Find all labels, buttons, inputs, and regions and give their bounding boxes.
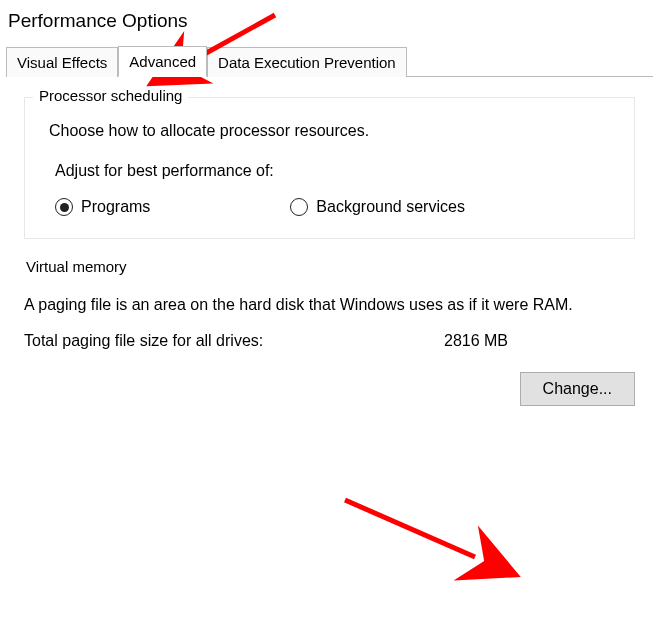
virtual-memory-desc: A paging file is an area on the hard dis… — [24, 293, 635, 316]
processor-scheduling-legend: Processor scheduling — [33, 87, 188, 104]
svg-line-1 — [345, 500, 475, 557]
tab-data-execution-prevention[interactable]: Data Execution Prevention — [207, 47, 407, 77]
change-button[interactable]: Change... — [520, 372, 635, 406]
total-paging-value: 2816 MB — [444, 332, 508, 350]
processor-scheduling-desc: Choose how to allocate processor resourc… — [49, 122, 616, 140]
radio-programs-label: Programs — [81, 198, 150, 216]
annotation-arrow-icon — [340, 495, 510, 578]
radio-icon — [290, 198, 308, 216]
radio-background-services[interactable]: Background services — [290, 198, 465, 216]
advanced-panel: Processor scheduling Choose how to alloc… — [0, 77, 659, 468]
radio-icon — [55, 198, 73, 216]
processor-scheduling-group: Processor scheduling Choose how to alloc… — [24, 97, 635, 239]
window-title: Performance Options — [0, 0, 659, 40]
tab-strip: Visual Effects Advanced Data Execution P… — [6, 46, 653, 77]
virtual-memory-legend: Virtual memory — [20, 258, 133, 275]
radio-background-label: Background services — [316, 198, 465, 216]
radio-programs[interactable]: Programs — [55, 198, 150, 216]
adjust-performance-label: Adjust for best performance of: — [55, 162, 616, 180]
tab-visual-effects[interactable]: Visual Effects — [6, 47, 118, 77]
virtual-memory-group: Virtual memory A paging file is an area … — [24, 269, 635, 428]
tab-advanced[interactable]: Advanced — [118, 46, 207, 77]
total-paging-label: Total paging file size for all drives: — [24, 332, 444, 350]
